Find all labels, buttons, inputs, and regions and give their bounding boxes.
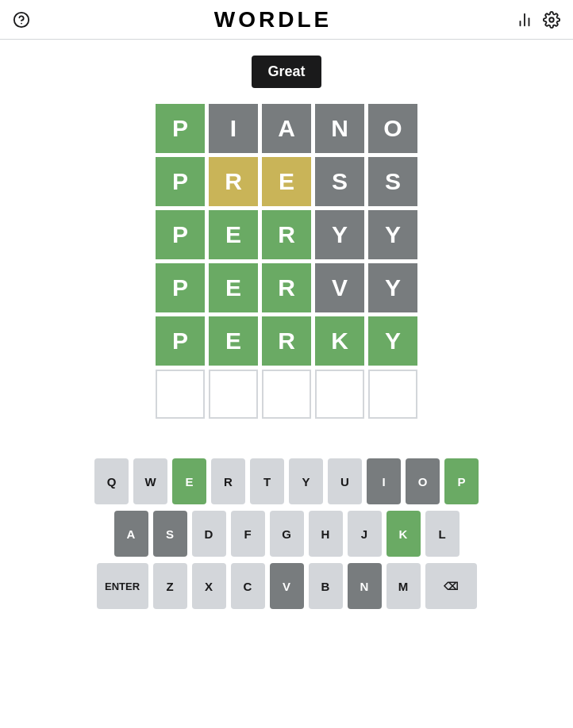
board-row (156, 370, 417, 419)
tile: Y (368, 210, 417, 259)
tile: R (262, 316, 311, 366)
tile: R (209, 157, 258, 206)
key-m[interactable]: M (386, 563, 421, 609)
tile (209, 370, 258, 419)
key-u[interactable]: U (328, 458, 362, 504)
tile: V (315, 263, 364, 312)
key-l[interactable]: L (425, 511, 460, 557)
board-row: PRESS (156, 157, 417, 206)
tile: P (156, 210, 205, 259)
header-left (13, 11, 30, 29)
tile: E (209, 210, 258, 259)
tile: R (262, 210, 311, 259)
stats-button[interactable] (516, 11, 533, 29)
tile: P (156, 157, 205, 206)
game-board: PIANOPRESSPERYYPERVYPERKY (156, 104, 417, 419)
header-center: WORDLE (30, 7, 516, 33)
tile: P (156, 316, 205, 366)
keyboard-row: QWERTYUIOP (94, 458, 479, 504)
key-k[interactable]: K (386, 511, 421, 557)
tile (156, 370, 205, 419)
svg-point-5 (549, 17, 554, 22)
keyboard: QWERTYUIOPASDFGHJKLENTERZXCVBNM⌫ (94, 458, 479, 609)
key-q[interactable]: Q (94, 458, 129, 504)
tile: S (315, 157, 364, 206)
key-v[interactable]: V (270, 563, 304, 609)
header: WORDLE (0, 0, 573, 40)
tile: O (368, 104, 417, 153)
key-p[interactable]: P (444, 458, 479, 504)
game-container: Great PIANOPRESSPERYYPERVYPERKY QWERTYUI… (0, 40, 573, 609)
help-button[interactable] (13, 11, 30, 29)
key-a[interactable]: A (114, 511, 148, 557)
key-s[interactable]: S (153, 511, 187, 557)
tile: A (262, 104, 311, 153)
key-f[interactable]: F (231, 511, 265, 557)
tile: I (209, 104, 258, 153)
tile: E (209, 263, 258, 312)
key-enter[interactable]: ENTER (97, 563, 148, 609)
tile: K (315, 316, 364, 366)
key-c[interactable]: C (231, 563, 265, 609)
key-h[interactable]: H (309, 511, 343, 557)
key-b[interactable]: B (309, 563, 343, 609)
key-y[interactable]: Y (289, 458, 323, 504)
key-d[interactable]: D (192, 511, 226, 557)
tile: N (315, 104, 364, 153)
tile: Y (368, 263, 417, 312)
key-r[interactable]: R (211, 458, 245, 504)
tile (315, 370, 364, 419)
key-i[interactable]: I (367, 458, 401, 504)
key-w[interactable]: W (133, 458, 167, 504)
key-j[interactable]: J (348, 511, 382, 557)
key-o[interactable]: O (406, 458, 440, 504)
key-t[interactable]: T (250, 458, 284, 504)
board-row: PERYY (156, 210, 417, 259)
tile (262, 370, 311, 419)
tile: Y (368, 316, 417, 366)
header-right (516, 11, 560, 29)
keyboard-row: ENTERZXCVBNM⌫ (97, 563, 477, 609)
key-z[interactable]: Z (153, 563, 187, 609)
tile: R (262, 263, 311, 312)
toast-message: Great (252, 56, 321, 88)
key-g[interactable]: G (270, 511, 304, 557)
board-row: PIANO (156, 104, 417, 153)
key-x[interactable]: X (192, 563, 226, 609)
tile: E (209, 316, 258, 366)
key-backspace[interactable]: ⌫ (425, 563, 477, 609)
key-n[interactable]: N (348, 563, 382, 609)
key-e[interactable]: E (172, 458, 206, 504)
board-row: PERVY (156, 263, 417, 312)
board-row: PERKY (156, 316, 417, 366)
tile: Y (315, 210, 364, 259)
tile: S (368, 157, 417, 206)
tile (368, 370, 417, 419)
settings-button[interactable] (543, 11, 560, 29)
keyboard-row: ASDFGHJKL (114, 511, 460, 557)
app-title: WORDLE (214, 7, 332, 32)
tile: P (156, 104, 205, 153)
tile: P (156, 263, 205, 312)
tile: E (262, 157, 311, 206)
